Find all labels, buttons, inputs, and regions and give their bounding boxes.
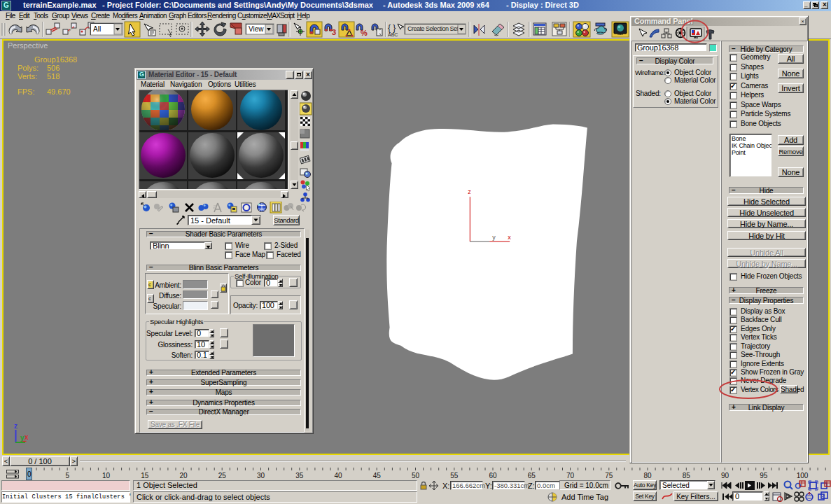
- svg-text:70: 70: [566, 472, 575, 479]
- svg-text:x: x: [508, 234, 511, 241]
- svg-text:20: 20: [179, 472, 188, 479]
- svg-text:75: 75: [605, 472, 613, 479]
- svg-text:5: 5: [65, 472, 69, 479]
- svg-text:ABC: ABC: [388, 32, 398, 37]
- svg-text:35: 35: [295, 472, 304, 479]
- svg-text:60: 60: [489, 472, 497, 479]
- svg-text:90: 90: [721, 472, 729, 479]
- svg-text:55: 55: [450, 472, 459, 479]
- svg-text:Create Selection Set: Create Selection Set: [407, 25, 459, 32]
- svg-text:z: z: [468, 188, 471, 195]
- svg-text:80: 80: [643, 472, 652, 479]
- svg-text:z: z: [14, 422, 18, 430]
- svg-text:x: x: [25, 433, 29, 441]
- svg-text:45: 45: [373, 472, 382, 479]
- svg-text:{ }: { }: [388, 23, 396, 33]
- svg-text:95: 95: [760, 472, 768, 479]
- svg-text:15: 15: [141, 472, 149, 479]
- svg-text:100: 100: [797, 472, 809, 479]
- svg-text:30: 30: [257, 472, 265, 479]
- svg-text:85: 85: [683, 472, 691, 479]
- svg-text:25: 25: [218, 472, 227, 479]
- svg-text:View: View: [249, 25, 264, 33]
- svg-text:50: 50: [412, 472, 420, 479]
- svg-text:65: 65: [528, 472, 536, 479]
- svg-text:%: %: [361, 29, 368, 37]
- svg-text:3: 3: [332, 28, 336, 36]
- svg-text:All: All: [93, 25, 101, 33]
- svg-text:40: 40: [334, 472, 342, 479]
- svg-text:y: y: [492, 234, 496, 241]
- svg-text:10: 10: [102, 472, 111, 479]
